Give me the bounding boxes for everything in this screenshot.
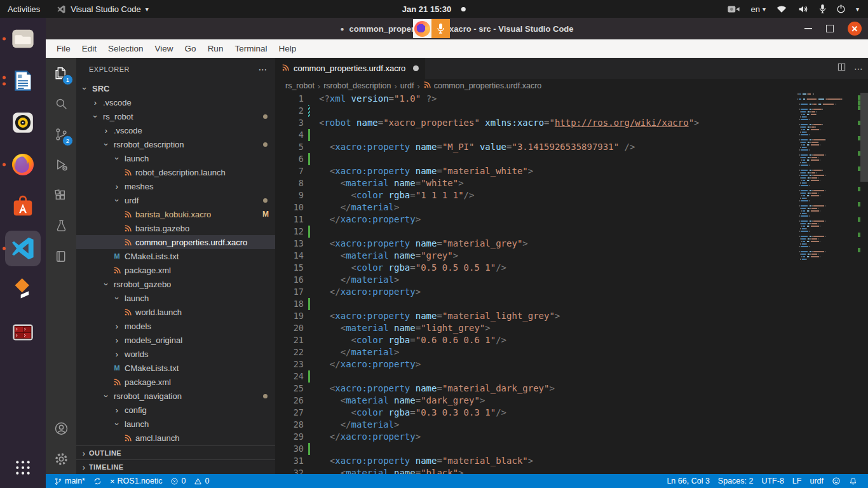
tree-item-robot-description-launch[interactable]: robot_description.launch	[76, 165, 275, 179]
editor-more-actions-icon[interactable]: ⋯	[854, 64, 863, 74]
tree-item-rsrobot-navigation[interactable]: ›rsrobot_navigation	[76, 389, 275, 403]
tree-item-launch[interactable]: ›launch	[76, 151, 275, 165]
activities-button[interactable]: Activities	[8, 4, 40, 14]
activity-explorer[interactable]: 1	[46, 58, 76, 88]
window-title-bar[interactable]: ● common_properties.urdf.xacro - src - V…	[46, 18, 868, 39]
menu-terminal[interactable]: Terminal	[229, 39, 273, 58]
breadcrumb-item-file[interactable]: common_properties.urdf.xacro	[423, 81, 542, 91]
minimize-button[interactable]	[804, 28, 812, 29]
activity-testing[interactable]	[46, 210, 76, 241]
status-lf[interactable]: LF	[789, 474, 805, 488]
outline-section[interactable]: ›OUTLINE	[76, 445, 275, 460]
activity-source-control[interactable]: 2	[46, 119, 76, 149]
tree-item-models[interactable]: ›models	[76, 319, 275, 333]
tree-item-src[interactable]: ›SRC	[76, 81, 275, 95]
tree-item-cmakelists-txt[interactable]: MCMakeLists.txt	[76, 249, 275, 263]
tree-item-rs-robot[interactable]: ›rs_robot	[76, 109, 275, 123]
dock-item-firefox[interactable]	[0, 144, 46, 186]
minimap[interactable]	[797, 93, 858, 474]
tab-common-properties[interactable]: common_properties.urdf.xacro	[275, 58, 425, 79]
maximize-button[interactable]	[826, 25, 834, 32]
dock-item-rhythmbox[interactable]	[0, 102, 46, 144]
tree-item-world-launch[interactable]: world.launch	[76, 305, 275, 319]
breadcrumb-item[interactable]: urdf	[400, 81, 414, 90]
menu-help[interactable]: Help	[273, 39, 302, 58]
code-text: <material name="light_grey">	[319, 322, 491, 334]
status-bell[interactable]	[846, 474, 860, 488]
status-ros1-noetic[interactable]: ×ROS1.noetic	[107, 474, 165, 488]
close-button[interactable]: ✕	[848, 22, 862, 36]
dock-item-libreoffice-writer[interactable]	[0, 60, 46, 102]
sidebar-more-actions-icon[interactable]: ⋯	[259, 64, 268, 74]
status-label: LF	[792, 477, 802, 485]
tree-item-amcl-launch[interactable]: amcl.launch	[76, 431, 275, 445]
editor-scrollbar[interactable]	[860, 93, 868, 474]
app-grid-button[interactable]	[0, 451, 46, 484]
tree-item-meshes[interactable]: ›meshes	[76, 179, 275, 193]
search-icon	[53, 96, 69, 112]
activity-account[interactable]	[46, 413, 76, 444]
activity-settings[interactable]	[46, 444, 76, 474]
tree-item-barista-kobuki-xacro[interactable]: barista_kobuki.xacroM	[76, 207, 275, 221]
system-menu-chevron-icon[interactable]: ▾	[856, 6, 859, 13]
code-editor[interactable]: 1<?xml version="1.0" ?>23<robot name="xa…	[275, 93, 868, 474]
wifi-icon[interactable]	[776, 4, 787, 13]
menu-edit[interactable]: Edit	[76, 39, 102, 58]
tree-item-launch[interactable]: ›launch	[76, 417, 275, 431]
tree-item-package-xml[interactable]: package.xml	[76, 263, 275, 277]
clock[interactable]: Jan 21 15:30	[402, 4, 466, 14]
status-feedback[interactable]	[829, 474, 844, 488]
dock-item-files[interactable]	[0, 18, 46, 60]
status-0[interactable]: 0	[167, 474, 189, 488]
status-utf-8[interactable]: UTF-8	[758, 474, 787, 488]
dock-item-ubuntu-software[interactable]	[0, 186, 46, 227]
dock-item-vscode[interactable]	[0, 227, 46, 269]
tree-item-launch[interactable]: ›launch	[76, 291, 275, 305]
tree-item--vscode[interactable]: ›.vscode	[76, 95, 275, 109]
tree-item-rsrobot-description[interactable]: ›rsrobot_description	[76, 137, 275, 151]
tree-item-rsrobot-gazebo[interactable]: ›rsrobot_gazebo	[76, 277, 275, 291]
activity-search[interactable]	[46, 88, 76, 119]
firefox-overlay-icon[interactable]	[413, 19, 431, 38]
split-editor-icon[interactable]	[837, 62, 846, 74]
tree-item-config[interactable]: ›config	[76, 403, 275, 417]
line-number: 6	[275, 153, 304, 165]
menu-file[interactable]: File	[51, 39, 76, 58]
microphone-icon[interactable]	[819, 4, 826, 14]
dock-item-diamond-app[interactable]	[0, 269, 46, 311]
code-line: 31<xacro:property name="material_black">	[275, 455, 868, 467]
microphone-overlay-icon[interactable]	[431, 19, 450, 38]
tree-item-package-xml[interactable]: package.xml	[76, 375, 275, 389]
status-main-[interactable]: main*	[51, 474, 88, 488]
power-icon[interactable]	[836, 4, 846, 14]
status-spaces-2[interactable]: Spaces: 2	[715, 474, 757, 488]
menu-selection[interactable]: Selection	[102, 39, 149, 58]
tree-item--vscode[interactable]: ›.vscode	[76, 123, 275, 137]
status-sync[interactable]	[90, 474, 105, 488]
tree-item-common-properties-urdf-xacro[interactable]: common_properties.urdf.xacro	[76, 235, 275, 249]
breadcrumb-item[interactable]: rs_robot	[285, 81, 315, 90]
activity-notebook[interactable]	[46, 241, 76, 271]
menu-run[interactable]: Run	[202, 39, 229, 58]
tree-item-cmakelists-txt[interactable]: MCMakeLists.txt	[76, 361, 275, 375]
tree-item-worlds[interactable]: ›worlds	[76, 347, 275, 361]
app-menu-button[interactable]: Visual Studio Code ▾	[57, 4, 148, 14]
tree-item-models-original[interactable]: ›models_original	[76, 333, 275, 347]
tree-item-label: launch	[125, 419, 149, 429]
tree-item-urdf[interactable]: ›urdf	[76, 193, 275, 207]
timeline-section[interactable]: ›TIMELINE	[76, 459, 275, 474]
code-text: <xacro:property name="material_black">	[319, 455, 533, 467]
tree-item-barista-gazebo[interactable]: barista.gazebo	[76, 221, 275, 235]
status-urdf[interactable]: urdf	[806, 474, 827, 488]
scrollbar-slider[interactable]	[860, 93, 868, 182]
status-0[interactable]: 0	[191, 474, 212, 488]
status-ln-66-col-3[interactable]: Ln 66, Col 3	[663, 474, 712, 488]
dock-item-terminator[interactable]	[0, 311, 46, 353]
activity-extensions[interactable]	[46, 180, 76, 210]
activity-run-debug[interactable]	[46, 149, 76, 180]
input-language-indicator[interactable]: en ▾	[750, 4, 766, 14]
volume-icon[interactable]	[797, 4, 809, 14]
breadcrumb-item[interactable]: rsrobot_description	[323, 81, 391, 90]
menu-go[interactable]: Go	[179, 39, 202, 58]
menu-view[interactable]: View	[149, 39, 179, 58]
